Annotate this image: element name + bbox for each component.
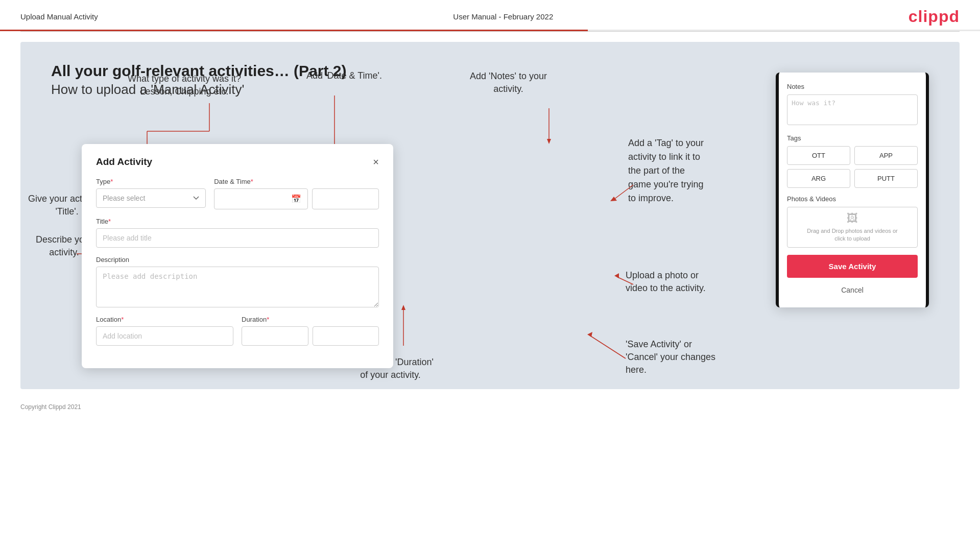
type-group: Type* Please select <box>96 178 206 209</box>
logo: clippd <box>909 7 960 26</box>
photos-placeholder: Drag and Drop photos and videos orclick … <box>807 227 897 243</box>
photos-label: Photos & Videos <box>787 195 918 203</box>
add-activity-modal: Add Activity × Type* Please select Date … <box>82 144 393 368</box>
calendar-icon: 📅 <box>291 194 301 204</box>
copyright: Copyright Clippd 2021 <box>0 399 980 415</box>
svg-marker-17 <box>610 197 617 201</box>
modal-close-button[interactable]: × <box>373 157 379 167</box>
svg-marker-21 <box>587 332 592 337</box>
date-input-wrapper[interactable]: 15 / 02 / 2022 📅 <box>214 188 308 209</box>
tag-arg[interactable]: ARG <box>787 169 850 188</box>
main-content: All your golf-relevant activities… (Part… <box>20 42 960 389</box>
location-input[interactable] <box>96 326 233 346</box>
header-divider <box>20 31 960 32</box>
photos-upload-area[interactable]: 🖼 Drag and Drop photos and videos orclic… <box>787 207 918 248</box>
title-input[interactable] <box>96 228 379 248</box>
datetime-group: Date & Time* 15 / 02 / 2022 📅 2:21 PM <box>214 178 379 209</box>
description-textarea[interactable] <box>96 267 379 307</box>
datetime-inputs: 15 / 02 / 2022 📅 2:21 PM <box>214 188 379 209</box>
annotation-notes: Add 'Notes' to youractivity. <box>470 70 547 95</box>
time-input[interactable]: 2:21 PM <box>312 188 379 209</box>
page-title-center: User Manual - February 2022 <box>453 12 553 21</box>
phone-panel-inner: Notes Tags OTT APP ARG PUTT Photos & Vid… <box>787 83 918 297</box>
tag-app[interactable]: APP <box>854 146 918 165</box>
svg-marker-15 <box>547 139 551 144</box>
annotation-save-cancel: 'Save Activity' or'Cancel' your changesh… <box>626 338 715 377</box>
tag-ott[interactable]: OTT <box>787 146 850 165</box>
location-label: Location* <box>96 316 233 323</box>
modal-header: Add Activity × <box>96 156 379 167</box>
title-field-label: Title* <box>96 218 379 225</box>
annotation-photo: Upload a photo orvideo to the activity. <box>626 269 706 295</box>
annotation-tag: Add a 'Tag' to youractivity to link it t… <box>628 136 704 205</box>
location-group: Location* <box>96 316 233 346</box>
duration-min-input[interactable]: 00 min <box>313 326 379 346</box>
photo-icon: 🖼 <box>847 212 858 225</box>
tag-putt[interactable]: PUTT <box>854 169 918 188</box>
type-label: Type* <box>96 178 206 185</box>
location-duration-row: Location* Duration* 00 hr 00 min <box>96 316 379 346</box>
page-title-left: Upload Manual Activity <box>20 12 98 21</box>
description-group: Description <box>96 256 379 307</box>
modal-title: Add Activity <box>96 156 152 167</box>
notes-textarea[interactable] <box>787 94 918 125</box>
svg-marker-19 <box>614 273 619 278</box>
notes-label: Notes <box>787 83 918 90</box>
svg-line-20 <box>590 336 626 358</box>
description-label: Description <box>96 256 379 263</box>
annotation-type: What type of activity was it?Lesson, Chi… <box>128 73 241 98</box>
save-activity-button[interactable]: Save Activity <box>787 255 918 278</box>
annotation-datetime: Add 'Date & Time'. <box>306 70 382 82</box>
duration-hr-input[interactable]: 00 hr <box>242 326 308 346</box>
title-row: Title* <box>96 218 379 248</box>
top-bar: Upload Manual Activity User Manual - Feb… <box>0 0 980 31</box>
description-row: Description <box>96 256 379 307</box>
type-datetime-row: Type* Please select Date & Time* 15 / 02… <box>96 178 379 209</box>
tags-grid: OTT APP ARG PUTT <box>787 146 918 188</box>
svg-marker-13 <box>401 305 405 310</box>
date-input[interactable]: 15 / 02 / 2022 <box>221 195 289 203</box>
duration-inputs: 00 hr 00 min <box>242 326 379 346</box>
title-group: Title* <box>96 218 379 248</box>
type-select[interactable]: Please select <box>96 188 206 208</box>
datetime-label: Date & Time* <box>214 178 379 185</box>
duration-group: Duration* 00 hr 00 min <box>242 316 379 346</box>
tags-label: Tags <box>787 134 918 142</box>
phone-panel: Notes Tags OTT APP ARG PUTT Photos & Vid… <box>776 73 929 307</box>
duration-label: Duration* <box>242 316 379 323</box>
cancel-button[interactable]: Cancel <box>787 283 918 297</box>
